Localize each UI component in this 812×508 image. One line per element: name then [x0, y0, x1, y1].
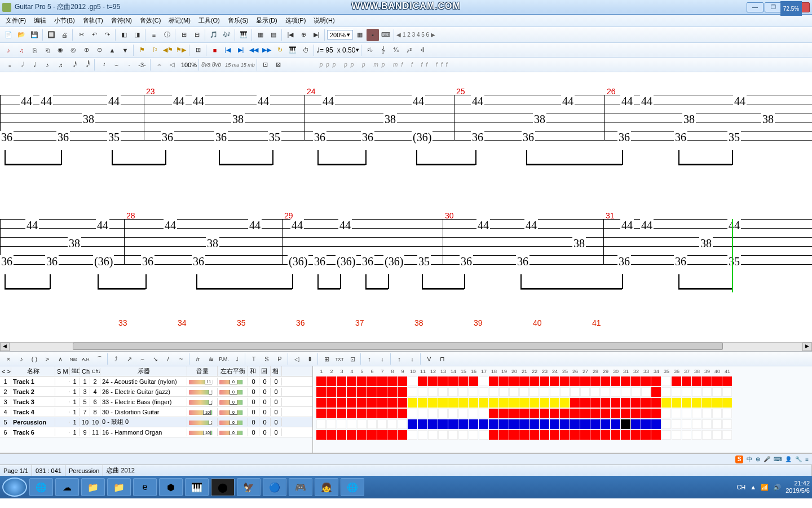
toolbar-button[interactable]: ▤ — [267, 29, 280, 41]
countdown-button[interactable]: ⏱ — [299, 44, 312, 56]
up-button[interactable]: ↑ — [393, 353, 405, 365]
dynamic-button[interactable]: ⌢ — [153, 59, 165, 71]
pick-up[interactable]: ⊓ — [436, 353, 448, 365]
ime-icon[interactable]: 🔧 — [795, 456, 802, 462]
matrix-row[interactable] — [316, 376, 809, 387]
taskbar-app[interactable]: 🌐 — [29, 478, 53, 496]
menu-item[interactable]: 文件(F) — [2, 15, 29, 27]
palm-mute[interactable]: P.M. — [218, 353, 230, 365]
clef-button[interactable]: 𝄞 — [377, 44, 389, 56]
play-button[interactable]: ▶| — [235, 44, 247, 56]
popping[interactable]: P — [273, 353, 286, 365]
heavy-accent[interactable]: ∧ — [54, 353, 67, 365]
matrix-row[interactable] — [316, 409, 809, 419]
marker-prev[interactable]: ◀⚑ — [162, 44, 174, 56]
dynamics-labels[interactable]: ppp pp p mp mf f ff fff — [320, 62, 451, 68]
taskbar-app[interactable]: 🎹 — [185, 478, 209, 496]
toolbar-button[interactable]: ▪ — [367, 29, 379, 41]
rewind-button[interactable]: ◀◀ — [248, 44, 260, 56]
text-button[interactable]: TXT — [333, 353, 346, 365]
stroke[interactable]: ⬍ — [303, 353, 316, 365]
staccato[interactable]: ♩ — [231, 353, 243, 365]
harmonic-art[interactable]: A.H. — [80, 353, 92, 365]
note-quarter[interactable]: ♩ — [28, 59, 41, 71]
track-button[interactable]: ◎ — [67, 44, 80, 56]
toolbar-button[interactable]: ▦ — [354, 29, 366, 41]
add-button[interactable]: ⊕ — [297, 29, 310, 41]
track-row[interactable]: 4Track 417830 - Distortion Guitar100000 — [0, 407, 312, 417]
grace[interactable]: ↗ — [123, 353, 135, 365]
ime-icon[interactable]: ⊕ — [756, 456, 760, 462]
let-ring[interactable]: ⌒ — [93, 353, 105, 365]
track-button[interactable]: ⊖ — [93, 44, 105, 56]
track-nav[interactable]: < > — [0, 367, 11, 375]
effect-button[interactable]: ⊡ — [259, 59, 272, 71]
menu-item[interactable]: 说明(H) — [310, 15, 338, 27]
menu-item[interactable]: 音轨(T) — [80, 15, 107, 27]
ime-icon[interactable]: ⌨ — [774, 456, 782, 462]
menu-item[interactable]: 编辑 — [30, 15, 50, 27]
scroll-right-button[interactable]: ▶ — [802, 343, 812, 351]
ime-icon[interactable]: ≡ — [805, 456, 809, 462]
first-button[interactable]: |◀ — [284, 29, 297, 41]
tray-date[interactable]: 2019/5/6 — [785, 487, 810, 494]
tapping[interactable]: T — [248, 353, 260, 365]
taskbar-app[interactable]: 👧 — [315, 478, 338, 496]
dot-button[interactable]: · — [123, 59, 135, 71]
tempo-value[interactable]: = 95 — [320, 46, 333, 54]
browse-button[interactable]: 🔲 — [45, 29, 58, 41]
toolbar-button[interactable]: ◨ — [131, 29, 143, 41]
paren-note[interactable]: ( ) — [28, 353, 41, 365]
rest-button[interactable]: 𝄽 — [97, 59, 109, 71]
marker-button[interactable]: ⚐ — [149, 44, 161, 56]
props-button[interactable]: ≡ — [148, 29, 160, 41]
taskbar-app[interactable]: 🦅 — [237, 478, 261, 496]
horizontal-scrollbar[interactable]: ◀ ▶ — [0, 342, 812, 352]
tray-icon[interactable]: ▲ — [750, 484, 756, 491]
scroll-left-button[interactable]: ◀ — [0, 343, 10, 351]
fade-in[interactable]: ◁ — [290, 353, 303, 365]
track-button[interactable]: ♫ — [15, 44, 28, 56]
note-16th[interactable]: ♬ — [54, 59, 67, 71]
system-tray[interactable]: CH ▲ 📶 🔊 21:42 2019/5/6 — [736, 480, 810, 494]
toolbar-button[interactable]: 🎵 — [208, 29, 220, 41]
fade-button[interactable]: ◁ — [166, 59, 178, 71]
tray-icon[interactable]: 🔊 — [773, 484, 781, 491]
menu-item[interactable]: 音效(C) — [136, 15, 164, 27]
tie-button[interactable]: ⌣ — [110, 59, 122, 71]
marker-button[interactable]: ⊡ — [346, 353, 359, 365]
toolbar-button[interactable]: 🎶 — [220, 29, 233, 41]
toolbar-button[interactable]: 🎹 — [237, 29, 250, 41]
slapping[interactable]: S — [261, 353, 273, 365]
track-button[interactable]: ◉ — [54, 44, 67, 56]
octave-nums[interactable]: 15 ma 15 mb — [225, 62, 255, 68]
taskbar-ie[interactable]: e — [133, 478, 157, 496]
triplet-feel[interactable]: ♪³ — [403, 44, 415, 56]
taskbar-app[interactable]: 🔵 — [263, 478, 286, 496]
track-row[interactable]: 3Track 315633 - Electric Bass (finger)14… — [0, 397, 312, 407]
ime-icon[interactable]: 🎤 — [764, 456, 770, 462]
track-button[interactable]: ▼ — [119, 44, 131, 56]
track-button[interactable]: ⎗ — [41, 44, 54, 56]
new-button[interactable]: 📄 — [2, 29, 15, 41]
marker-button[interactable]: ⚑ — [136, 44, 148, 56]
taskbar-app[interactable]: 🌐 — [341, 478, 364, 496]
measure-matrix[interactable]: 1234567891011121314151617181920212223242… — [313, 366, 812, 453]
ime-icon[interactable]: 👤 — [785, 456, 792, 462]
track-row[interactable]: 5Percussion110100 - 鼓组 0140000 — [0, 417, 312, 427]
taskbar-bandicam[interactable]: ⬤ — [211, 478, 235, 496]
last-button[interactable]: ▶| — [310, 29, 323, 41]
effect-button[interactable]: ⊠ — [272, 59, 285, 71]
downstroke[interactable]: ↓ — [376, 353, 389, 365]
menu-item[interactable]: 音符(N) — [108, 15, 135, 27]
cut-button[interactable]: ✂ — [75, 29, 87, 41]
metronome-button[interactable]: 🎹 — [286, 44, 299, 56]
slide[interactable]: ↘ — [149, 353, 161, 365]
score-area[interactable]: 2324252644444444444444444444444444383838… — [0, 72, 812, 342]
toolbar-button[interactable]: ⊞ — [178, 29, 190, 41]
dead-note[interactable]: × — [2, 353, 15, 365]
forward-button[interactable]: ▶▶ — [261, 44, 273, 56]
start-button[interactable] — [2, 478, 27, 497]
track-button[interactable]: ⎘ — [28, 44, 41, 56]
trill[interactable]: tr — [192, 353, 204, 365]
